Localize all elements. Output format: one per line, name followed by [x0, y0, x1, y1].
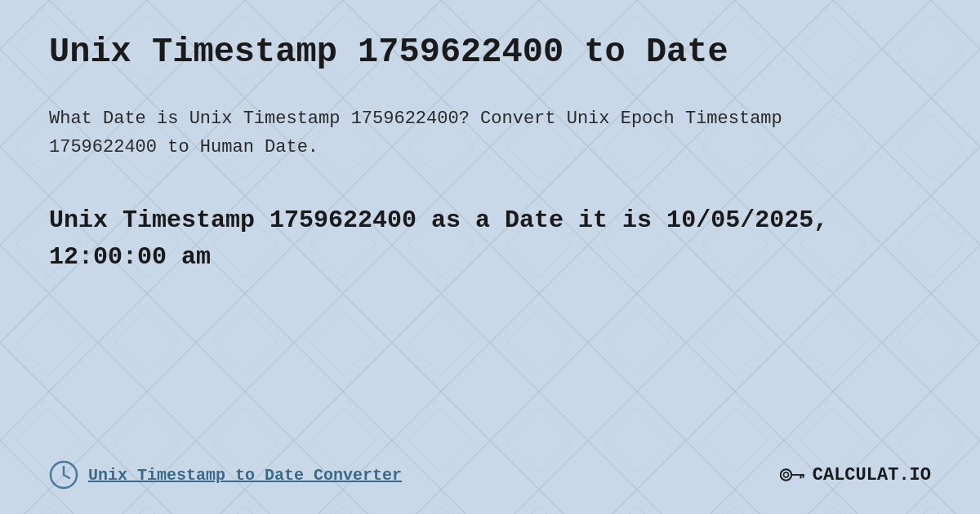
logo-text: CALCULAT.IO: [813, 465, 931, 485]
svg-point-7: [781, 469, 792, 481]
footer-left[interactable]: Unix Timestamp to Date Converter: [49, 460, 402, 490]
page-description: What Date is Unix Timestamp 1759622400? …: [49, 104, 784, 162]
clock-icon: [49, 460, 78, 490]
page-title: Unix Timestamp 1759622400 to Date: [49, 33, 931, 72]
svg-line-6: [64, 475, 69, 478]
footer: Unix Timestamp to Date Converter CALCULA…: [49, 460, 931, 490]
calculat-logo[interactable]: CALCULAT.IO: [780, 465, 931, 485]
result-section: Unix Timestamp 1759622400 as a Date it i…: [49, 202, 931, 276]
result-text: Unix Timestamp 1759622400 as a Date it i…: [49, 202, 931, 276]
key-icon: [780, 466, 804, 484]
footer-link[interactable]: Unix Timestamp to Date Converter: [88, 466, 402, 485]
svg-point-8: [783, 472, 788, 477]
